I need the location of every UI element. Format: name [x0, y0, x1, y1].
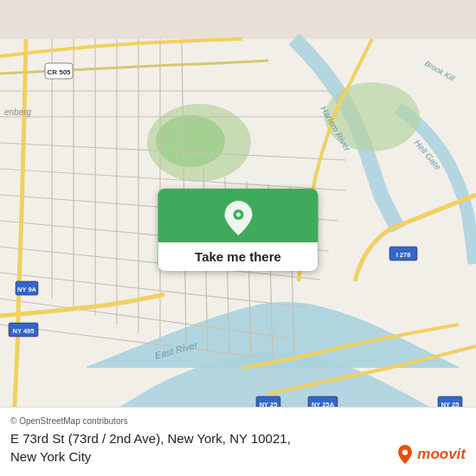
svg-text:CR 505: CR 505	[47, 68, 71, 76]
map-attribution: © OpenStreetMap contributors	[10, 416, 466, 426]
moovit-pin-icon	[396, 445, 415, 464]
moovit-logo: moovit	[396, 445, 466, 464]
take-me-there-button[interactable]: Take me there	[158, 189, 318, 271]
svg-point-47	[402, 450, 408, 455]
button-label-text: Take me there	[158, 242, 318, 271]
svg-point-2	[156, 115, 225, 167]
address-line1: E 73rd St (73rd / 2nd Ave), New York, NY…	[10, 431, 291, 446]
address-city: New York City	[10, 449, 91, 464]
info-bar: © OpenStreetMap contributors E 73rd St (…	[0, 407, 476, 476]
attribution-text: © OpenStreetMap contributors	[10, 416, 128, 426]
map-container: East River Harlem River Hell Gate Brook …	[0, 0, 476, 476]
moovit-brand-name: moovit	[417, 446, 466, 463]
svg-text:I 278: I 278	[396, 251, 411, 259]
svg-text:NY 9A: NY 9A	[17, 286, 37, 293]
svg-point-46	[236, 213, 241, 217]
svg-text:NY 495: NY 495	[13, 327, 35, 335]
location-pin-icon	[223, 189, 253, 242]
svg-text:enberg: enberg	[4, 107, 32, 117]
